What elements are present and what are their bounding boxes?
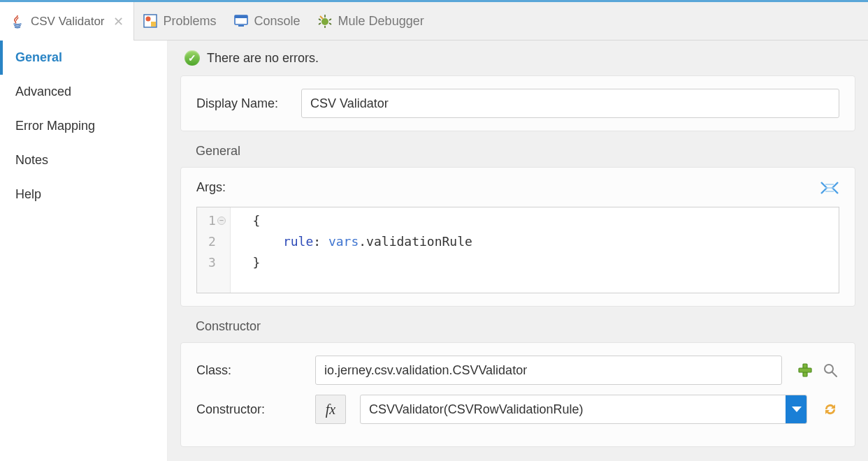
mule-debugger-icon <box>317 13 333 29</box>
editor-tab-label: CSV Validator <box>31 15 105 29</box>
fold-handle-icon[interactable]: − <box>217 217 226 225</box>
sidebar-item-help[interactable]: Help <box>0 177 167 212</box>
constructor-select[interactable] <box>360 395 807 424</box>
tab-label: Console <box>254 14 301 29</box>
status-row: ✓ There are no errors. <box>185 50 855 66</box>
code-body[interactable]: { rule: vars.validationRule } <box>231 207 479 293</box>
tab-label: Mule Debugger <box>338 14 424 29</box>
svg-point-1 <box>145 17 150 22</box>
gutter-line: 3 <box>208 252 226 273</box>
constructor-select-wrap <box>360 395 807 424</box>
console-icon <box>233 13 249 29</box>
svg-rect-8 <box>799 368 811 372</box>
gutter-line: 1− <box>208 210 226 231</box>
sidebar: General Advanced Error Mapping Notes Hel… <box>0 41 168 461</box>
code-line: { <box>238 210 472 231</box>
class-label: Class: <box>196 363 301 378</box>
sidebar-item-label: General <box>15 50 62 64</box>
tab-problems[interactable]: Problems <box>143 13 217 29</box>
code-line: } <box>238 252 472 273</box>
constructor-label: Constructor: <box>196 402 301 417</box>
sidebar-item-general[interactable]: General <box>0 41 167 75</box>
tab-label: Problems <box>164 14 217 29</box>
refresh-button[interactable] <box>821 400 839 418</box>
sidebar-item-label: Advanced <box>15 85 71 98</box>
tab-mule-debugger[interactable]: Mule Debugger <box>317 13 424 29</box>
display-name-card: Display Name: <box>180 75 855 131</box>
editor-tab-csv-validator[interactable]: CSV Validator ✕ <box>0 2 134 41</box>
tab-console[interactable]: Console <box>233 13 301 29</box>
svg-rect-2 <box>151 22 156 27</box>
section-title-constructor: Constructor <box>196 319 855 334</box>
general-card: Args: 1−23 { rule: vars.validationRule } <box>180 167 855 307</box>
section-title-general: General <box>196 144 855 159</box>
fx-button[interactable]: fx <box>315 395 346 424</box>
close-icon[interactable]: ✕ <box>113 14 124 29</box>
gutter-line: 2 <box>208 231 226 252</box>
code-line: rule: vars.validationRule <box>238 231 472 252</box>
display-name-input[interactable] <box>301 89 839 118</box>
problems-icon <box>143 13 158 29</box>
status-text: There are no errors. <box>207 51 319 66</box>
ok-check-icon: ✓ <box>185 50 200 66</box>
display-name-label: Display Name: <box>196 96 287 111</box>
view-tabs: Problems Console Mule Debugger <box>134 2 868 41</box>
sidebar-item-advanced[interactable]: Advanced <box>0 75 167 109</box>
args-label: Args: <box>196 180 226 195</box>
sidebar-item-notes[interactable]: Notes <box>0 143 167 177</box>
class-input[interactable] <box>315 356 782 385</box>
sidebar-item-label: Notes <box>15 153 48 167</box>
constructor-card: Class: <box>180 342 855 447</box>
sidebar-item-label: Error Mapping <box>15 119 95 133</box>
code-gutter: 1−23 <box>197 207 231 293</box>
add-class-button[interactable] <box>796 361 814 379</box>
top-tabs-bar: CSV Validator ✕ Problems Console <box>0 0 868 41</box>
dataweave-icon[interactable] <box>820 180 839 200</box>
sidebar-item-error-mapping[interactable]: Error Mapping <box>0 109 167 143</box>
svg-rect-5 <box>238 25 244 27</box>
java-icon <box>10 14 25 29</box>
sidebar-item-label: Help <box>15 187 41 201</box>
svg-point-9 <box>825 365 833 373</box>
search-class-button[interactable] <box>821 361 839 379</box>
svg-rect-4 <box>235 15 247 18</box>
args-code-editor[interactable]: 1−23 { rule: vars.validationRule } <box>196 207 839 293</box>
